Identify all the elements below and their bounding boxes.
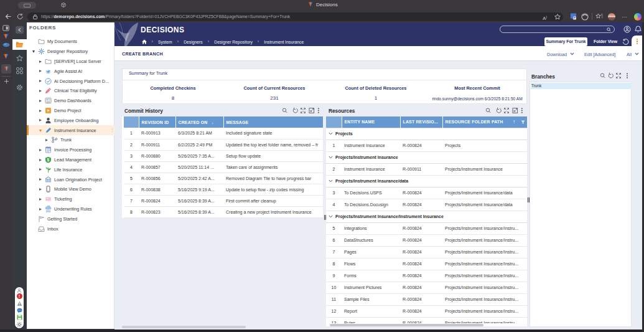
svg-text:$: $ — [47, 158, 50, 163]
svg-text:AI: AI — [47, 69, 49, 71]
